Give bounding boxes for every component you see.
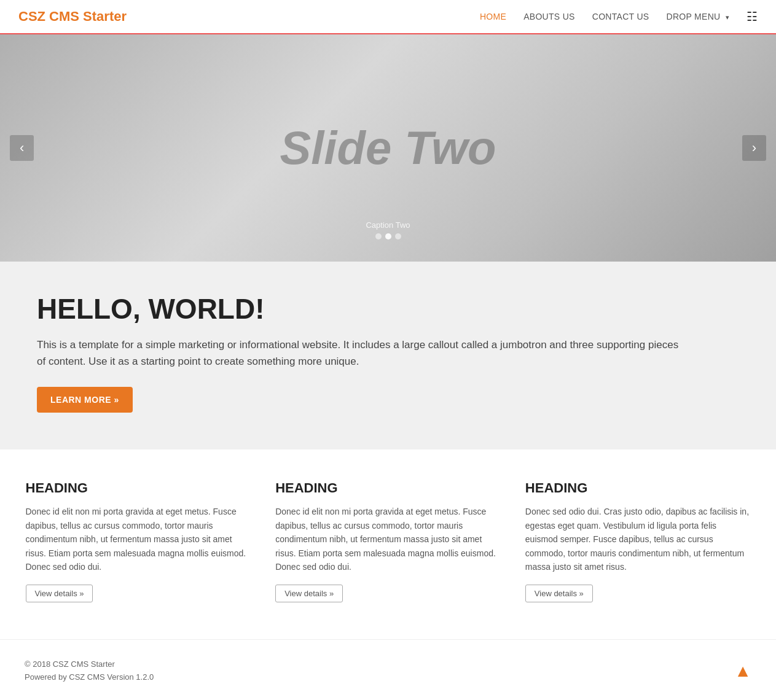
footer-copyright: © 2018 CSZ CMS Starter xyxy=(25,658,154,671)
carousel-slide-title: Slide Two xyxy=(280,125,496,171)
card-2-text: Donec id elit non mi porta gravida at eg… xyxy=(275,505,501,574)
content-grid: HEADING Donec id elit non mi porta gravi… xyxy=(26,480,751,602)
user-icon[interactable]: ☷ xyxy=(747,9,758,24)
card-2-view-details-button[interactable]: View details » xyxy=(275,585,343,602)
card-3-heading: HEADING xyxy=(525,480,751,496)
navbar: CSZ CMS Starter HOME ABOUTS US CONTACT U… xyxy=(0,0,776,34)
card-1-view-details-button[interactable]: View details » xyxy=(26,585,93,602)
content-card-2: HEADING Donec id elit non mi porta gravi… xyxy=(275,480,501,602)
dot-2[interactable] xyxy=(385,233,391,239)
carousel: ‹ Slide Two Caption Two › xyxy=(0,34,776,262)
footer-text-block: © 2018 CSZ CMS Starter Powered by CSZ CM… xyxy=(25,658,154,684)
back-to-top-button[interactable]: ▲ xyxy=(734,661,751,681)
learn-more-button[interactable]: LEARN MORE » xyxy=(37,387,133,413)
carousel-dots xyxy=(366,233,410,239)
jumbotron-title: HELLO, WORLD! xyxy=(37,292,739,325)
content-card-1: HEADING Donec id elit non mi porta gravi… xyxy=(26,480,251,602)
nav-item-contact[interactable]: CONTACT US xyxy=(592,12,649,21)
card-2-heading: HEADING xyxy=(275,480,501,496)
carousel-next-button[interactable]: › xyxy=(742,135,766,161)
content-section: HEADING Donec id elit non mi porta gravi… xyxy=(0,449,776,639)
jumbotron-text: This is a template for a simple marketin… xyxy=(37,336,688,370)
footer-powered-by: Powered by CSZ CMS Version 1.2.0 xyxy=(25,671,154,684)
carousel-prev-button[interactable]: ‹ xyxy=(10,135,34,161)
dot-3[interactable] xyxy=(395,233,401,239)
carousel-caption-text: Caption Two xyxy=(366,220,410,230)
footer: © 2018 CSZ CMS Starter Powered by CSZ CM… xyxy=(0,639,776,700)
jumbotron-section: HELLO, WORLD! This is a template for a s… xyxy=(0,262,776,449)
nav-item-dropdown[interactable]: DROP MENU ▾ xyxy=(666,12,729,21)
chevron-down-icon: ▾ xyxy=(726,14,729,21)
content-card-3: HEADING Donec sed odio dui. Cras justo o… xyxy=(525,480,751,602)
card-1-text: Donec id elit non mi porta gravida at eg… xyxy=(26,505,251,574)
card-3-view-details-button[interactable]: View details » xyxy=(525,585,593,602)
carousel-caption-area: Caption Two xyxy=(366,220,410,239)
nav-item-abouts[interactable]: ABOUTS US xyxy=(523,12,575,21)
nav-menu: HOME ABOUTS US CONTACT US DROP MENU ▾ ☷ xyxy=(480,9,758,24)
card-1-heading: HEADING xyxy=(26,480,251,496)
brand-logo[interactable]: CSZ CMS Starter xyxy=(18,9,127,25)
card-3-text: Donec sed odio dui. Cras justo odio, dap… xyxy=(525,505,751,574)
nav-item-home[interactable]: HOME xyxy=(480,12,506,21)
dot-1[interactable] xyxy=(375,233,382,239)
